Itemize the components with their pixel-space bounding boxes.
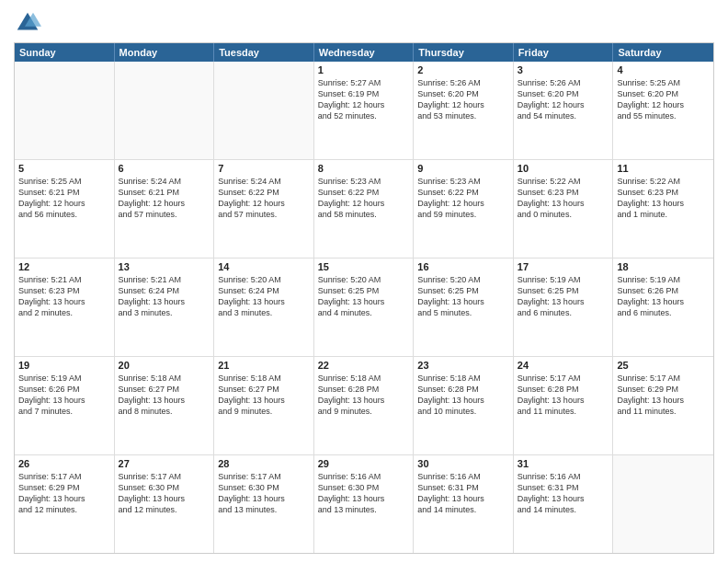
calendar-cell: 3Sunrise: 5:26 AM Sunset: 6:20 PM Daylig… (514, 62, 614, 159)
cell-info: Sunrise: 5:25 AM Sunset: 6:21 PM Dayligh… (18, 176, 110, 221)
cell-info: Sunrise: 5:20 AM Sunset: 6:25 PM Dayligh… (417, 274, 509, 319)
cell-info: Sunrise: 5:21 AM Sunset: 6:24 PM Dayligh… (119, 274, 210, 319)
calendar-row: 26Sunrise: 5:17 AM Sunset: 6:29 PM Dayli… (15, 454, 713, 553)
day-number: 18 (617, 261, 710, 272)
cell-info: Sunrise: 5:27 AM Sunset: 6:19 PM Dayligh… (318, 77, 410, 122)
calendar-cell: 18Sunrise: 5:19 AM Sunset: 6:26 PM Dayli… (613, 259, 713, 356)
cell-info: Sunrise: 5:17 AM Sunset: 6:29 PM Dayligh… (617, 373, 710, 418)
calendar-cell (15, 62, 115, 159)
logo (14, 9, 45, 37)
calendar-row: 1Sunrise: 5:27 AM Sunset: 6:19 PM Daylig… (15, 62, 713, 159)
header-day-friday: Friday (514, 43, 614, 62)
calendar-cell: 9Sunrise: 5:23 AM Sunset: 6:22 PM Daylig… (414, 160, 514, 258)
calendar-cell: 11Sunrise: 5:22 AM Sunset: 6:23 PM Dayli… (613, 160, 713, 258)
day-number: 19 (18, 360, 110, 371)
calendar-cell: 28Sunrise: 5:17 AM Sunset: 6:30 PM Dayli… (214, 455, 314, 553)
day-number: 6 (119, 163, 210, 174)
day-number: 29 (318, 458, 410, 469)
calendar-row: 19Sunrise: 5:19 AM Sunset: 6:26 PM Dayli… (15, 356, 713, 454)
cell-info: Sunrise: 5:21 AM Sunset: 6:23 PM Dayligh… (18, 274, 110, 319)
cell-info: Sunrise: 5:22 AM Sunset: 6:23 PM Dayligh… (617, 176, 710, 221)
header-day-thursday: Thursday (414, 43, 514, 62)
cell-info: Sunrise: 5:25 AM Sunset: 6:20 PM Dayligh… (617, 77, 710, 122)
cell-info: Sunrise: 5:20 AM Sunset: 6:25 PM Dayligh… (318, 274, 410, 319)
day-number: 27 (119, 458, 210, 469)
day-number: 9 (417, 163, 509, 174)
header (14, 9, 714, 37)
page: SundayMondayTuesdayWednesdayThursdayFrid… (0, 0, 728, 563)
calendar-cell: 25Sunrise: 5:17 AM Sunset: 6:29 PM Dayli… (613, 357, 713, 454)
cell-info: Sunrise: 5:24 AM Sunset: 6:21 PM Dayligh… (119, 176, 210, 221)
day-number: 15 (318, 261, 410, 272)
cell-info: Sunrise: 5:18 AM Sunset: 6:27 PM Dayligh… (119, 373, 210, 418)
day-number: 4 (617, 64, 710, 75)
cell-info: Sunrise: 5:16 AM Sunset: 6:31 PM Dayligh… (518, 471, 609, 516)
calendar-header: SundayMondayTuesdayWednesdayThursdayFrid… (15, 43, 713, 62)
day-number: 12 (18, 261, 110, 272)
day-number: 2 (417, 64, 509, 75)
calendar-cell: 10Sunrise: 5:22 AM Sunset: 6:23 PM Dayli… (514, 160, 614, 258)
day-number: 22 (318, 360, 410, 371)
calendar-cell: 30Sunrise: 5:16 AM Sunset: 6:31 PM Dayli… (414, 455, 514, 553)
cell-info: Sunrise: 5:18 AM Sunset: 6:27 PM Dayligh… (218, 373, 310, 418)
day-number: 20 (119, 360, 210, 371)
header-day-sunday: Sunday (15, 43, 115, 62)
cell-info: Sunrise: 5:17 AM Sunset: 6:29 PM Dayligh… (18, 471, 110, 516)
calendar-cell: 19Sunrise: 5:19 AM Sunset: 6:26 PM Dayli… (15, 357, 115, 454)
calendar-cell: 12Sunrise: 5:21 AM Sunset: 6:23 PM Dayli… (15, 259, 115, 356)
day-number: 14 (218, 261, 310, 272)
header-day-tuesday: Tuesday (214, 43, 314, 62)
header-day-saturday: Saturday (613, 43, 713, 62)
cell-info: Sunrise: 5:17 AM Sunset: 6:30 PM Dayligh… (119, 471, 210, 516)
header-day-monday: Monday (115, 43, 215, 62)
cell-info: Sunrise: 5:19 AM Sunset: 6:26 PM Dayligh… (18, 373, 110, 418)
calendar-cell: 22Sunrise: 5:18 AM Sunset: 6:28 PM Dayli… (314, 357, 415, 454)
day-number: 17 (518, 261, 609, 272)
calendar-cell: 16Sunrise: 5:20 AM Sunset: 6:25 PM Dayli… (414, 259, 514, 356)
day-number: 31 (518, 458, 609, 469)
calendar-cell: 8Sunrise: 5:23 AM Sunset: 6:22 PM Daylig… (314, 160, 415, 258)
calendar-cell: 7Sunrise: 5:24 AM Sunset: 6:22 PM Daylig… (214, 160, 314, 258)
calendar-cell (214, 62, 314, 159)
calendar-cell: 6Sunrise: 5:24 AM Sunset: 6:21 PM Daylig… (115, 160, 215, 258)
calendar-cell: 4Sunrise: 5:25 AM Sunset: 6:20 PM Daylig… (613, 62, 713, 159)
day-number: 23 (417, 360, 509, 371)
logo-icon (14, 9, 41, 37)
calendar-row: 5Sunrise: 5:25 AM Sunset: 6:21 PM Daylig… (15, 159, 713, 258)
calendar-cell: 21Sunrise: 5:18 AM Sunset: 6:27 PM Dayli… (214, 357, 314, 454)
cell-info: Sunrise: 5:23 AM Sunset: 6:22 PM Dayligh… (318, 176, 410, 221)
day-number: 13 (119, 261, 210, 272)
cell-info: Sunrise: 5:18 AM Sunset: 6:28 PM Dayligh… (318, 373, 410, 418)
calendar-cell: 14Sunrise: 5:20 AM Sunset: 6:24 PM Dayli… (214, 259, 314, 356)
calendar-row: 12Sunrise: 5:21 AM Sunset: 6:23 PM Dayli… (15, 258, 713, 356)
calendar-cell: 20Sunrise: 5:18 AM Sunset: 6:27 PM Dayli… (115, 357, 215, 454)
day-number: 30 (417, 458, 509, 469)
cell-info: Sunrise: 5:16 AM Sunset: 6:30 PM Dayligh… (318, 471, 410, 516)
calendar-cell: 2Sunrise: 5:26 AM Sunset: 6:20 PM Daylig… (414, 62, 514, 159)
calendar-cell: 29Sunrise: 5:16 AM Sunset: 6:30 PM Dayli… (314, 455, 415, 553)
cell-info: Sunrise: 5:19 AM Sunset: 6:25 PM Dayligh… (518, 274, 609, 319)
day-number: 26 (18, 458, 110, 469)
calendar-cell: 27Sunrise: 5:17 AM Sunset: 6:30 PM Dayli… (115, 455, 215, 553)
calendar-cell: 26Sunrise: 5:17 AM Sunset: 6:29 PM Dayli… (15, 455, 115, 553)
day-number: 25 (617, 360, 710, 371)
day-number: 10 (518, 163, 609, 174)
day-number: 3 (518, 64, 609, 75)
cell-info: Sunrise: 5:19 AM Sunset: 6:26 PM Dayligh… (617, 274, 710, 319)
calendar-cell: 31Sunrise: 5:16 AM Sunset: 6:31 PM Dayli… (514, 455, 614, 553)
cell-info: Sunrise: 5:22 AM Sunset: 6:23 PM Dayligh… (518, 176, 609, 221)
header-day-wednesday: Wednesday (314, 43, 415, 62)
day-number: 24 (518, 360, 609, 371)
cell-info: Sunrise: 5:20 AM Sunset: 6:24 PM Dayligh… (218, 274, 310, 319)
cell-info: Sunrise: 5:16 AM Sunset: 6:31 PM Dayligh… (417, 471, 509, 516)
calendar-cell: 23Sunrise: 5:18 AM Sunset: 6:28 PM Dayli… (414, 357, 514, 454)
cell-info: Sunrise: 5:26 AM Sunset: 6:20 PM Dayligh… (518, 77, 609, 122)
day-number: 11 (617, 163, 710, 174)
calendar-cell: 17Sunrise: 5:19 AM Sunset: 6:25 PM Dayli… (514, 259, 614, 356)
calendar-cell (115, 62, 215, 159)
cell-info: Sunrise: 5:18 AM Sunset: 6:28 PM Dayligh… (417, 373, 509, 418)
calendar-body: 1Sunrise: 5:27 AM Sunset: 6:19 PM Daylig… (15, 62, 713, 553)
day-number: 28 (218, 458, 310, 469)
day-number: 21 (218, 360, 310, 371)
cell-info: Sunrise: 5:23 AM Sunset: 6:22 PM Dayligh… (417, 176, 509, 221)
